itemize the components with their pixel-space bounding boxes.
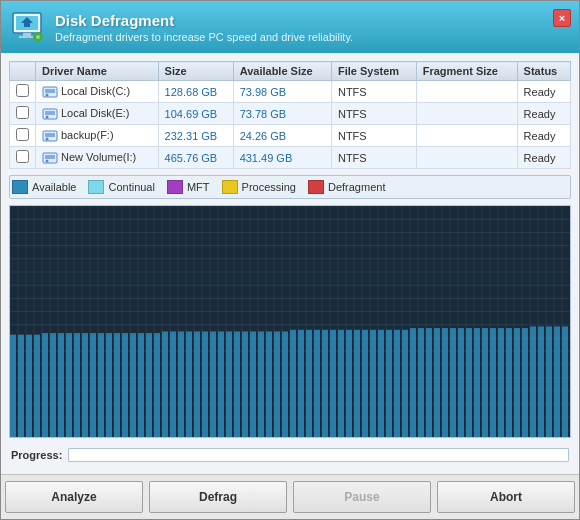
svg-rect-119 — [98, 333, 104, 437]
app-icon — [9, 9, 45, 45]
svg-rect-17 — [45, 155, 55, 159]
legend-label: Continual — [108, 181, 154, 193]
defrag-button[interactable]: Defrag — [149, 481, 287, 513]
legend-color-box — [308, 180, 324, 194]
legend-item: Available — [12, 180, 76, 194]
svg-rect-157 — [402, 330, 408, 437]
svg-rect-109 — [18, 335, 24, 437]
drive-status: Ready — [517, 125, 570, 147]
svg-rect-108 — [10, 335, 16, 437]
svg-rect-145 — [306, 330, 312, 437]
svg-rect-126 — [154, 333, 160, 437]
svg-rect-175 — [546, 326, 552, 437]
svg-rect-173 — [530, 326, 536, 437]
drive-size: 465.76 GB — [158, 147, 233, 169]
svg-rect-164 — [458, 328, 464, 437]
svg-rect-134 — [218, 331, 224, 437]
svg-rect-155 — [386, 330, 392, 437]
table-row: New Volume(I:)465.76 GB431.49 GBNTFSRead… — [10, 147, 571, 169]
legend: AvailableContinualMFTProcessingDefragmen… — [9, 175, 571, 199]
svg-rect-141 — [274, 331, 280, 437]
svg-rect-172 — [522, 328, 528, 437]
svg-rect-125 — [146, 333, 152, 437]
legend-label: MFT — [187, 181, 210, 193]
col-status: Status — [517, 62, 570, 81]
main-window: Disk Defragment Defragment drivers to in… — [0, 0, 580, 520]
svg-rect-160 — [426, 328, 432, 437]
svg-point-12 — [46, 116, 49, 119]
drive-fs: NTFS — [331, 125, 416, 147]
legend-item: Processing — [222, 180, 296, 194]
drive-avail: 73.78 GB — [233, 103, 331, 125]
close-button[interactable]: × — [553, 9, 571, 27]
svg-rect-150 — [346, 330, 352, 437]
svg-rect-116 — [74, 333, 80, 437]
svg-rect-115 — [66, 333, 72, 437]
row-checkbox[interactable] — [16, 150, 29, 163]
svg-rect-110 — [26, 335, 32, 437]
drive-fs: NTFS — [331, 103, 416, 125]
abort-button[interactable]: Abort — [437, 481, 575, 513]
svg-rect-158 — [410, 328, 416, 437]
svg-rect-159 — [418, 328, 424, 437]
svg-rect-121 — [114, 333, 120, 437]
svg-rect-148 — [330, 330, 336, 437]
legend-color-box — [88, 180, 104, 194]
svg-point-18 — [46, 160, 49, 163]
table-row: Local Disk(E:)104.69 GB73.78 GBNTFSReady — [10, 103, 571, 125]
drive-name: New Volume(I:) — [36, 147, 159, 169]
progress-area: Progress: — [9, 444, 571, 466]
main-content: Driver Name Size Available Size File Sys… — [1, 53, 579, 474]
svg-rect-176 — [554, 326, 560, 437]
col-frag-size: Fragment Size — [416, 62, 517, 81]
legend-item: Continual — [88, 180, 154, 194]
drive-icon — [42, 152, 58, 164]
window-subtitle: Defragment drivers to increase PC speed … — [55, 31, 553, 43]
svg-rect-156 — [394, 330, 400, 437]
drive-icon — [42, 130, 58, 142]
drive-icon — [42, 86, 58, 98]
svg-rect-135 — [226, 331, 232, 437]
row-checkbox[interactable] — [16, 84, 29, 97]
drive-fs: NTFS — [331, 81, 416, 103]
svg-rect-130 — [186, 331, 192, 437]
svg-rect-123 — [130, 333, 136, 437]
svg-rect-154 — [378, 330, 384, 437]
svg-rect-170 — [506, 328, 512, 437]
svg-rect-129 — [178, 331, 184, 437]
svg-rect-147 — [322, 330, 328, 437]
svg-rect-136 — [234, 331, 240, 437]
svg-rect-131 — [194, 331, 200, 437]
analyze-button[interactable]: Analyze — [5, 481, 143, 513]
drive-frag — [416, 125, 517, 147]
row-checkbox[interactable] — [16, 106, 29, 119]
drive-name: backup(F:) — [36, 125, 159, 147]
legend-label: Available — [32, 181, 76, 193]
svg-rect-140 — [266, 331, 272, 437]
legend-color-box — [12, 180, 28, 194]
drive-frag — [416, 103, 517, 125]
legend-color-box — [222, 180, 238, 194]
svg-rect-138 — [250, 331, 256, 437]
disk-visual-svg — [10, 206, 570, 437]
col-size: Size — [158, 62, 233, 81]
svg-rect-166 — [474, 328, 480, 437]
svg-rect-113 — [50, 333, 56, 437]
svg-rect-162 — [442, 328, 448, 437]
col-fs: File System — [331, 62, 416, 81]
svg-rect-120 — [106, 333, 112, 437]
row-checkbox[interactable] — [16, 128, 29, 141]
svg-rect-11 — [45, 111, 55, 115]
svg-rect-165 — [466, 328, 472, 437]
svg-point-15 — [46, 138, 49, 141]
svg-rect-144 — [298, 330, 304, 437]
svg-rect-14 — [45, 133, 55, 137]
drive-size: 232.31 GB — [158, 125, 233, 147]
drive-size: 128.68 GB — [158, 81, 233, 103]
table-row: Local Disk(C:)128.68 GB73.98 GBNTFSReady — [10, 81, 571, 103]
progress-bar-outer — [68, 448, 569, 462]
table-row: backup(F:)232.31 GB24.26 GBNTFSReady — [10, 125, 571, 147]
pause-button[interactable]: Pause — [293, 481, 431, 513]
drive-frag — [416, 81, 517, 103]
svg-rect-3 — [23, 33, 31, 36]
